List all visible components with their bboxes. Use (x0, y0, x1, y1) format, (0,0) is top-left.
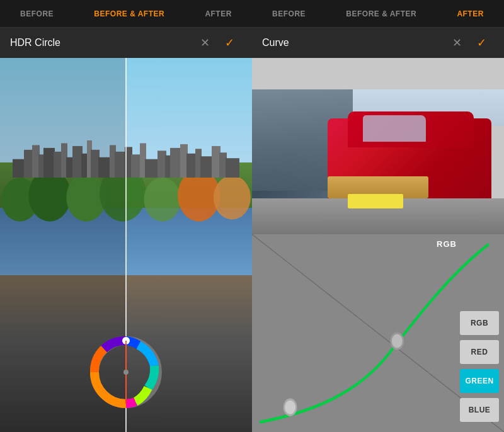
left-tab-before-after[interactable]: BEFORE & AFTER (86, 4, 172, 23)
curve-editor-area[interactable]: RGB RGB RED GREEN BLUE (252, 234, 504, 432)
license-plate (348, 194, 403, 208)
right-confirm-button[interactable]: ✓ (469, 33, 494, 52)
svg-rect-23 (186, 153, 197, 178)
left-confirm-button[interactable]: ✓ (217, 33, 242, 52)
svg-point-32 (100, 178, 146, 222)
car-photo-area (252, 89, 504, 234)
svg-rect-28 (226, 158, 239, 178)
right-tab-after[interactable]: AFTER (449, 4, 491, 23)
svg-rect-8 (72, 146, 83, 178)
svg-rect-21 (170, 148, 181, 178)
svg-point-30 (28, 178, 71, 222)
right-tab-before-after[interactable]: BEFORE & AFTER (338, 4, 424, 23)
svg-rect-12 (98, 157, 111, 178)
svg-rect-16 (131, 154, 141, 178)
right-top-spacer (252, 58, 504, 89)
svg-rect-14 (115, 151, 126, 178)
before-after-photo (0, 58, 252, 432)
svg-point-42 (391, 333, 403, 349)
right-body: RGB RGB RED GREEN BLUE (252, 58, 504, 432)
svg-rect-26 (212, 146, 220, 178)
svg-rect-18 (145, 159, 159, 178)
right-tool-title: Curve (262, 37, 445, 48)
svg-rect-0 (13, 159, 25, 178)
channel-green-button[interactable]: GREEN (460, 369, 499, 393)
right-panel: BEFORE BEFORE & AFTER AFTER Curve ✕ ✓ (252, 0, 504, 432)
svg-point-39 (123, 370, 129, 375)
channel-red-button[interactable]: RED (460, 340, 499, 364)
left-close-button[interactable]: ✕ (193, 33, 217, 52)
left-tab-after[interactable]: AFTER (197, 4, 239, 23)
left-image-area (0, 58, 252, 432)
channel-blue-button[interactable]: BLUE (460, 398, 499, 422)
right-tab-before[interactable]: BEFORE (265, 4, 313, 23)
svg-point-41 (284, 399, 296, 415)
left-panel: BEFORE BEFORE & AFTER AFTER HDR Circle ✕… (0, 0, 252, 432)
svg-rect-1 (24, 150, 33, 178)
left-tab-bar: BEFORE BEFORE & AFTER AFTER (0, 0, 252, 28)
svg-rect-11 (91, 150, 100, 178)
left-tab-before[interactable]: BEFORE (13, 4, 61, 23)
right-tab-bar: BEFORE BEFORE & AFTER AFTER (252, 0, 504, 28)
svg-point-35 (214, 178, 251, 220)
svg-point-33 (144, 178, 181, 222)
svg-rect-25 (200, 156, 213, 178)
left-tool-header: HDR Circle ✕ ✓ (0, 28, 252, 58)
right-tool-header: Curve ✕ ✓ (252, 28, 504, 58)
car-windshield (363, 115, 426, 141)
svg-rect-4 (43, 148, 55, 178)
svg-rect-19 (158, 151, 166, 178)
left-tool-title: HDR Circle (10, 37, 193, 48)
channel-rgb-button[interactable]: RGB (460, 311, 499, 335)
rgb-label-text: RGB (437, 239, 457, 249)
right-close-button[interactable]: ✕ (445, 33, 469, 52)
channel-buttons: RGB RED GREEN BLUE (460, 234, 504, 432)
hdr-circle[interactable] (85, 331, 167, 413)
svg-rect-5 (54, 151, 62, 178)
